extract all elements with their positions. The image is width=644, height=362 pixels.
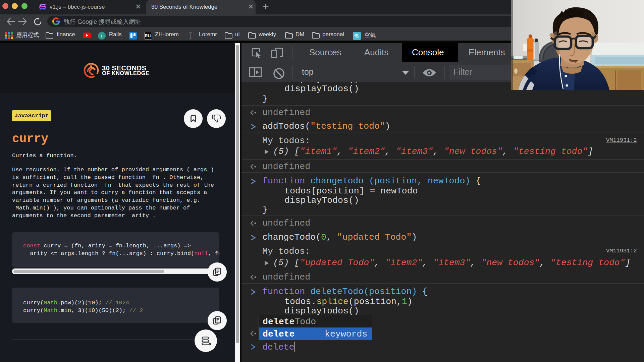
svg-text:t: t — [101, 34, 103, 39]
svg-text:RLi: RLi — [145, 34, 151, 38]
